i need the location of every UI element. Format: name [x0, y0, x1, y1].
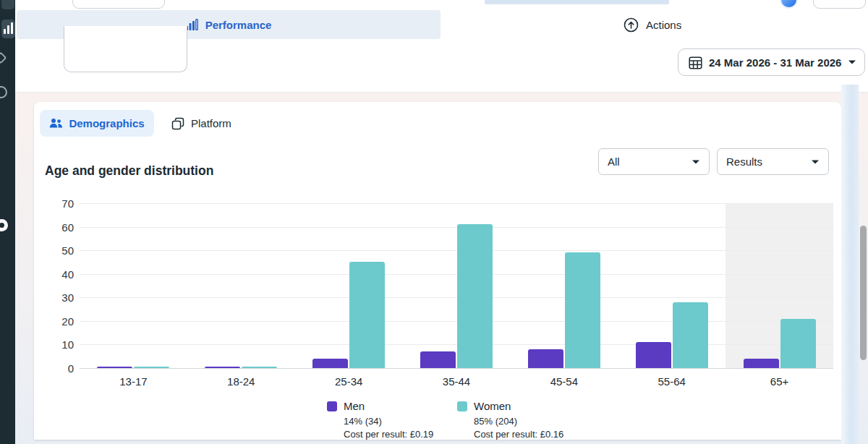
- sidebar-item-reports[interactable]: [1, 20, 15, 38]
- y-tick-label: 40: [61, 268, 74, 280]
- top-strip: [15, 0, 868, 9]
- bar-men-25-34: [312, 359, 348, 368]
- bar-men-65+: [744, 359, 779, 368]
- men-swatch-icon: [327, 401, 337, 411]
- women-swatch-icon: [457, 401, 467, 411]
- date-range-label: 24 Mar 2026 - 31 Mar 2026: [709, 56, 841, 69]
- actions-label: Actions: [646, 19, 681, 31]
- cutoff-highlight-bar: [485, 0, 669, 4]
- chart-group-13-17: [80, 203, 187, 368]
- bar-women-45-54: [565, 252, 600, 368]
- chart-slots: [80, 203, 833, 368]
- legend-men-share: 14% (34): [344, 415, 433, 427]
- main-area: Performance Actions: [15, 0, 868, 444]
- ads-reporting-screen: Performance Actions: [0, 0, 868, 444]
- tab-platform[interactable]: Platform: [163, 110, 240, 137]
- tag-icon[interactable]: [0, 52, 7, 64]
- calendar-icon: [689, 56, 702, 69]
- legend-women-name: Women: [474, 400, 511, 412]
- legend-men-cost: Cost per result: £0.19: [344, 428, 433, 440]
- bar-women-25-34: [349, 262, 385, 368]
- gridline: [80, 368, 833, 369]
- clock-icon[interactable]: [0, 86, 7, 98]
- scrollbar-thumb[interactable]: [860, 226, 867, 360]
- tab-platform-label: Platform: [191, 117, 231, 129]
- breakdown-dropdown[interactable]: All: [598, 148, 710, 175]
- x-tick-label: 55-64: [618, 372, 726, 388]
- x-tick-label: 25-34: [295, 372, 403, 388]
- date-row: 24 Mar 2026 - 31 Mar 2026: [15, 40, 868, 93]
- chart-group-55-64: [618, 203, 726, 368]
- bar-men-55-64: [636, 342, 671, 368]
- y-tick-label: 60: [61, 221, 74, 233]
- copy-squares-icon: [171, 117, 184, 130]
- legend-men-name: Men: [344, 400, 365, 412]
- right-edge-gradient: [841, 85, 859, 444]
- legend-item-women: Women 85% (204) Cost per result: £0.16: [457, 400, 563, 440]
- tab-demographics-label: Demographics: [69, 117, 144, 129]
- bar-chart-icon: [4, 22, 13, 34]
- bar-women-35-44: [457, 224, 493, 368]
- bar-men-35-44: [420, 351, 456, 368]
- y-tick-label: 0: [68, 362, 74, 375]
- x-tick-label: 45-54: [510, 372, 618, 388]
- legend-women-cost: Cost per result: £0.16: [474, 428, 563, 440]
- cutoff-button-left[interactable]: [72, 0, 165, 9]
- sidebar-item-top[interactable]: [1, 0, 14, 9]
- content-background: Demographics Platform Age and gender dis…: [15, 93, 868, 444]
- chart-group-18-24: [187, 203, 295, 368]
- chevron-down-icon: [811, 159, 820, 165]
- x-tick-label: 13-17: [80, 372, 187, 388]
- y-tick-label: 20: [61, 315, 74, 327]
- legend-women-share: 85% (204): [474, 415, 563, 427]
- legend-item-men: Men 14% (34) Cost per result: £0.19: [327, 400, 433, 440]
- bar-women-65+: [780, 319, 816, 368]
- chart-group-45-54: [510, 203, 618, 368]
- people-icon: [49, 118, 63, 129]
- bar-men-45-54: [528, 349, 563, 368]
- cutoff-dropdown[interactable]: [64, 26, 187, 72]
- y-tick-label: 50: [61, 244, 74, 257]
- chevron-down-icon: [848, 59, 856, 65]
- export-arrow-icon: [624, 17, 639, 33]
- chart-plot: [80, 203, 833, 368]
- actions-button[interactable]: Actions: [624, 10, 681, 39]
- age-gender-chart: 706050403020100: [45, 203, 833, 368]
- cutoff-button-right[interactable]: [813, 0, 866, 9]
- y-tick-label: 70: [61, 197, 74, 210]
- chevron-down-icon: [692, 159, 700, 165]
- demographics-card: Demographics Platform Age and gender dis…: [34, 102, 841, 440]
- breakdown-dropdown-value: All: [608, 155, 620, 168]
- avatar[interactable]: [0, 219, 8, 231]
- y-tick-label: 30: [61, 291, 74, 304]
- chart-x-labels: 13-1718-2425-3435-4445-5455-6465+: [80, 372, 833, 388]
- tab-demographics[interactable]: Demographics: [40, 110, 154, 137]
- metric-dropdown[interactable]: Results: [717, 148, 829, 175]
- bar-women-55-64: [673, 302, 708, 368]
- chart-title: Age and gender distribution: [45, 163, 213, 179]
- cutoff-profile-icon[interactable]: [780, 0, 798, 9]
- chart-group-25-34: [295, 203, 403, 368]
- bar-women-18-24: [242, 367, 277, 368]
- y-tick-label: 10: [61, 338, 74, 351]
- bar-men-13-17: [97, 367, 132, 368]
- left-sidebar: [0, 0, 15, 444]
- x-tick-label: 35-44: [403, 372, 511, 388]
- bar-men-18-24: [205, 367, 240, 368]
- x-tick-label: 18-24: [187, 372, 295, 388]
- date-range-button[interactable]: 24 Mar 2026 - 31 Mar 2026: [678, 48, 865, 76]
- chart-y-axis: 706050403020100: [45, 203, 80, 368]
- tab-performance-label: Performance: [205, 19, 272, 31]
- chart-group-65+: [726, 203, 833, 368]
- bar-women-13-17: [134, 367, 169, 368]
- performance-chart-icon: [186, 19, 199, 30]
- chart-group-35-44: [403, 203, 511, 368]
- x-tick-label: 65+: [726, 372, 833, 388]
- metric-dropdown-value: Results: [726, 155, 762, 168]
